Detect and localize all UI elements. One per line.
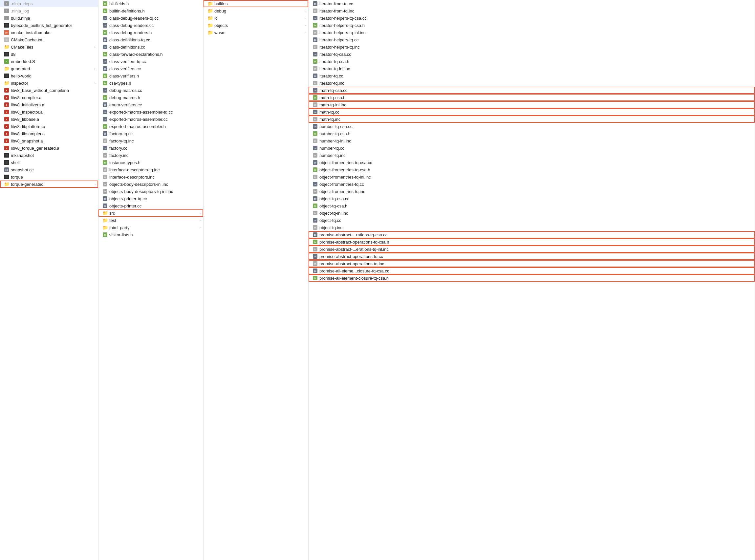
file-item[interactable]: hclass-verifiers.h xyxy=(98,72,203,79)
file-item[interactable]: ccobjects-printer.cc xyxy=(98,202,203,209)
file-item[interactable]: hdebug-macros.h xyxy=(98,94,203,101)
file-item[interactable]: hiterator-helpers-tq-csa.h xyxy=(309,22,755,29)
file-item[interactable]: ccmath-tq.cc xyxy=(309,108,755,116)
file-item[interactable]: inobjects-body-descriptors-inl.inc xyxy=(98,181,203,188)
file-item[interactable]: cciterator-helpers-tq.cc xyxy=(309,36,755,43)
file-item[interactable]: ⬛bytecode_builtins_list_generator xyxy=(0,22,98,29)
file-item[interactable]: hclass-forward-declarations.h xyxy=(98,51,203,58)
file-item[interactable]: ccpromise-abstract-operations-tq.cc xyxy=(309,253,755,260)
file-item[interactable]: alibv8_libbase.a xyxy=(0,116,98,123)
file-item[interactable]: ccdebug-macros.cc xyxy=(98,87,203,94)
file-item[interactable]: innumber-tq-inl.inc xyxy=(309,137,755,144)
file-item[interactable]: hiterator-tq-csa.h xyxy=(309,58,755,65)
file-item[interactable]: 📁ic› xyxy=(203,15,308,22)
file-item[interactable]: Sembedded.S xyxy=(0,58,98,65)
file-item[interactable]: ccclass-verifiers.cc xyxy=(98,65,203,72)
file-item[interactable]: hclass-debug-readers.h xyxy=(98,29,203,36)
file-item[interactable]: innumber-tq.inc xyxy=(309,152,755,159)
file-item[interactable]: 📁generated› xyxy=(0,65,98,72)
file-item[interactable]: ccnumber-tq.cc xyxy=(309,144,755,152)
file-item[interactable]: ccclass-verifiers-tq.cc xyxy=(98,58,203,65)
file-item[interactable]: 📁CMakeFiles› xyxy=(0,43,98,51)
file-item[interactable]: hnumber-tq-csa.h xyxy=(309,130,755,137)
file-item[interactable]: alibv8_base_without_compiler.a xyxy=(0,87,98,94)
file-item[interactable]: ⬛torque xyxy=(0,173,98,181)
file-item[interactable]: hpromise-abstract-operations-tq-csa.h xyxy=(309,238,755,245)
file-item[interactable]: ccenum-verifiers.cc xyxy=(98,101,203,108)
file-item[interactable]: txCMakeCache.txt xyxy=(0,36,98,43)
file-item[interactable]: ccexported-macros-assembler.cc xyxy=(98,116,203,123)
file-item[interactable]: initerator-tq-inl.inc xyxy=(309,65,755,72)
file-item[interactable]: initerator-from-tq.inc xyxy=(309,7,755,15)
file-item[interactable]: hobject-fromentries-tq-csa.h xyxy=(309,166,755,173)
file-item[interactable]: hobject-tq-csa.h xyxy=(309,202,755,209)
file-item[interactable]: inmath-tq-inl.inc xyxy=(309,101,755,108)
file-item[interactable]: alibv8_snapshot.a xyxy=(0,137,98,144)
file-item[interactable]: ⬛mksnapshot xyxy=(0,152,98,159)
file-item[interactable]: initerator-helpers-tq.inc xyxy=(309,43,755,51)
file-item[interactable]: ccclass-debug-readers-tq.cc xyxy=(98,15,203,22)
file-item[interactable]: ccpromise-all-eleme...closure-tq-csa.cc xyxy=(309,267,755,275)
file-item[interactable]: ccpromise-abstract-...rations-tq-csa.cc xyxy=(309,231,755,238)
file-item[interactable]: alibv8_inspector.a xyxy=(0,108,98,116)
file-item[interactable]: 📁torque-generated› xyxy=(0,181,98,188)
file-item[interactable]: 📁wasm› xyxy=(203,29,308,36)
file-item[interactable]: 📁inspector› xyxy=(0,79,98,87)
file-item[interactable]: hcsa-types.h xyxy=(98,79,203,87)
file-item[interactable]: ccobject-tq-csa.cc xyxy=(309,195,755,202)
file-item[interactable]: ⬛hello-world xyxy=(0,72,98,79)
file-item[interactable]: ccclass-definitions.cc xyxy=(98,43,203,51)
file-item[interactable]: hexported-macros-assembler.h xyxy=(98,123,203,130)
file-item[interactable]: cciterator-tq-csa.cc xyxy=(309,51,755,58)
file-item[interactable]: 📁third_party› xyxy=(98,224,203,231)
file-item[interactable]: inpromise-abstract-operations-tq.inc xyxy=(309,260,755,267)
file-item[interactable]: infactory-tq.inc xyxy=(98,137,203,144)
file-item[interactable]: alibv8_compiler.a xyxy=(0,94,98,101)
file-item[interactable]: hinstance-types.h xyxy=(98,159,203,166)
file-item[interactable]: inpromise-abstract-...erations-tq-inl.in… xyxy=(309,245,755,253)
file-item[interactable]: ccobject-tq.cc xyxy=(309,217,755,224)
file-item[interactable]: ccclass-debug-readers.cc xyxy=(98,22,203,29)
file-item[interactable]: initerator-tq.inc xyxy=(309,79,755,87)
file-item[interactable]: nbuild.ninja xyxy=(0,15,98,22)
file-item[interactable]: inmath-tq.inc xyxy=(309,116,755,123)
file-item[interactable]: inobject-tq.inc xyxy=(309,224,755,231)
file-item[interactable]: alibv8_initializers.a xyxy=(0,101,98,108)
file-item[interactable]: cciterator-from-tq.cc xyxy=(309,0,755,7)
file-item[interactable]: initerator-helpers-tq-inl.inc xyxy=(309,29,755,36)
file-item[interactable]: ccsnapshot.cc xyxy=(0,166,98,173)
file-item[interactable]: n.ninja_log xyxy=(0,7,98,15)
file-item[interactable]: inobjects-body-descriptors-tq-inl.inc xyxy=(98,188,203,195)
file-item[interactable]: ccobject-fromentries-tq-csa.cc xyxy=(309,159,755,166)
file-item[interactable]: alibv8_libsampler.a xyxy=(0,130,98,137)
file-item[interactable]: 📁builtins› xyxy=(203,0,308,7)
file-item[interactable]: 📁src› xyxy=(98,209,203,217)
file-item[interactable]: cmcmake_install.cmake xyxy=(0,29,98,36)
file-item[interactable]: inobject-tq-inl.inc xyxy=(309,209,755,217)
file-item[interactable]: ccobject-fromentries-tq.cc xyxy=(309,181,755,188)
file-item[interactable]: inobject-fromentries-tq.inc xyxy=(309,188,755,195)
file-item[interactable]: ccobjects-printer-tq.cc xyxy=(98,195,203,202)
file-item[interactable]: ccmath-tq-csa.cc xyxy=(309,87,755,94)
file-item[interactable]: 📁objects› xyxy=(203,22,308,29)
file-item[interactable]: hbuiltin-definitions.h xyxy=(98,7,203,15)
file-item[interactable]: alibv8_torque_generated.a xyxy=(0,144,98,152)
file-item[interactable]: hvisitor-lists.h xyxy=(98,231,203,238)
file-item[interactable]: alibv8_libplatform.a xyxy=(0,123,98,130)
file-item[interactable]: 📁test› xyxy=(98,217,203,224)
file-item[interactable]: cciterator-helpers-tq-csa.cc xyxy=(309,15,755,22)
file-item[interactable]: inobject-fromentries-tq-inl.inc xyxy=(309,173,755,181)
file-item[interactable]: ccfactory-tq.cc xyxy=(98,130,203,137)
file-item[interactable]: hmath-tq-csa.h xyxy=(309,94,755,101)
file-item[interactable]: ccfactory.cc xyxy=(98,144,203,152)
file-item[interactable]: ccexported-macros-assembler-tq.cc xyxy=(98,108,203,116)
file-item[interactable]: hbit-fields.h xyxy=(98,0,203,7)
file-item[interactable]: ⬛d8 xyxy=(0,51,98,58)
file-item[interactable]: ininterface-descriptors.inc xyxy=(98,173,203,181)
file-item[interactable]: n.ninja_deps xyxy=(0,0,98,7)
file-item[interactable]: ininterface-descriptors-tq.inc xyxy=(98,166,203,173)
file-item[interactable]: hpromise-all-element-closure-tq-csa.h xyxy=(309,275,755,282)
file-item[interactable]: 📁debug› xyxy=(203,7,308,15)
file-item[interactable]: ccclass-definitions-tq.cc xyxy=(98,36,203,43)
file-item[interactable]: infactory.inc xyxy=(98,152,203,159)
